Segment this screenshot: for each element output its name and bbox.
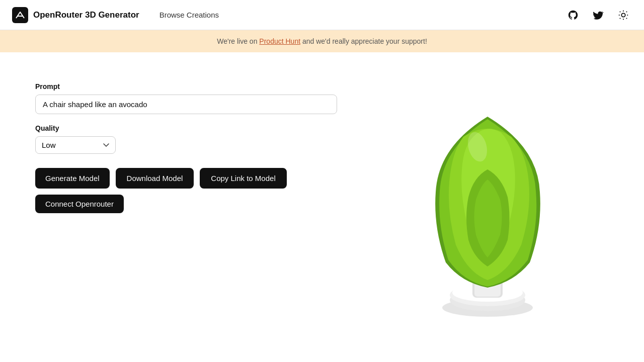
product-hunt-link[interactable]: Product Hunt (259, 37, 300, 45)
navbar-links: Browse Creations (155, 8, 223, 22)
banner-text-before: We're live on (217, 37, 259, 45)
buttons-row-1: Generate Model Download Model Copy Link … (35, 168, 337, 189)
navbar-right (565, 7, 632, 24)
brand-icon (12, 7, 28, 23)
announcement-banner: We're live on Product Hunt and we'd real… (0, 30, 644, 52)
buttons-row-2: Connect Openrouter (35, 195, 337, 213)
github-icon (568, 10, 579, 21)
navbar: OpenRouter 3D Generator Browse Creations (0, 0, 644, 30)
twitter-button[interactable] (590, 7, 607, 24)
svg-line-9 (626, 11, 627, 12)
github-button[interactable] (565, 7, 582, 24)
main-content: Prompt Quality Low Medium High Generate … (0, 52, 644, 359)
model-view (398, 92, 579, 333)
theme-toggle-button[interactable] (615, 7, 632, 24)
quality-select[interactable]: Low Medium High (35, 136, 116, 154)
copy-link-button[interactable]: Copy Link to Model (200, 168, 286, 189)
avocado-chair-model (403, 97, 574, 328)
svg-rect-0 (12, 7, 28, 23)
svg-line-5 (626, 18, 627, 18)
generate-model-button[interactable]: Generate Model (35, 168, 110, 189)
brand-name: OpenRouter 3D Generator (33, 10, 139, 20)
left-panel: Prompt Quality Low Medium High Generate … (35, 76, 337, 335)
connect-openrouter-button[interactable]: Connect Openrouter (35, 195, 124, 213)
prompt-input[interactable] (35, 95, 337, 114)
svg-line-8 (620, 18, 620, 18)
banner-text-after: and we'd really appreciate your support! (302, 37, 427, 45)
quality-section: Quality Low Medium High (35, 124, 337, 154)
right-panel (357, 76, 620, 335)
quality-label: Quality (35, 124, 337, 132)
twitter-icon (593, 10, 604, 21)
brand-link[interactable]: OpenRouter 3D Generator (12, 7, 139, 23)
download-model-button[interactable]: Download Model (116, 168, 194, 189)
svg-point-1 (621, 13, 625, 17)
theme-icon (618, 10, 629, 21)
svg-line-4 (620, 11, 620, 12)
browse-creations-link[interactable]: Browse Creations (155, 8, 223, 22)
prompt-label: Prompt (35, 82, 337, 90)
